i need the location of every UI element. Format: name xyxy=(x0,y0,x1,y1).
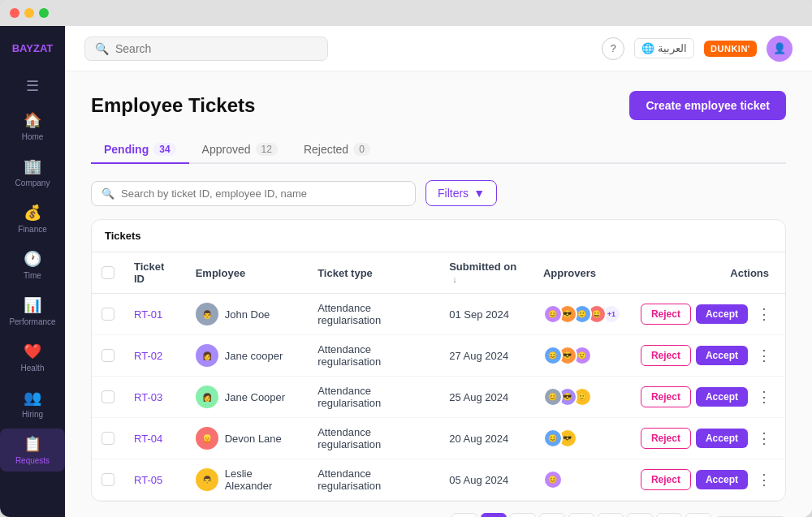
row-checkbox-cell[interactable] xyxy=(92,294,124,335)
row-checkbox-cell[interactable] xyxy=(92,418,124,459)
reject-button[interactable]: Reject xyxy=(641,345,691,366)
filter-search-input[interactable] xyxy=(121,187,405,200)
sidebar-item-company[interactable]: 🏢 Company xyxy=(0,151,65,194)
search-input[interactable] xyxy=(115,42,317,55)
row-submitted-on: 01 Sep 2024 xyxy=(439,294,533,335)
tab-pending-count: 34 xyxy=(153,143,175,156)
more-options-button[interactable]: ⋮ xyxy=(753,303,775,325)
tab-pending[interactable]: Pending 34 xyxy=(91,136,189,164)
actions-cell: Reject Accept ⋮ xyxy=(641,468,775,491)
actions-cell: Reject Accept ⋮ xyxy=(641,427,775,450)
select-all-checkbox[interactable] xyxy=(102,266,114,279)
row-employee: 👨 John Doe xyxy=(186,294,308,335)
ticket-id-link[interactable]: RT-03 xyxy=(134,391,162,403)
ticket-id-link[interactable]: RT-04 xyxy=(134,433,162,445)
ticket-id-link[interactable]: RT-02 xyxy=(134,350,162,362)
tab-rejected[interactable]: Rejected 0 xyxy=(291,136,383,164)
reject-button[interactable]: Reject xyxy=(641,428,691,449)
page-5-button[interactable]: 5 xyxy=(598,513,624,517)
filter-search[interactable]: 🔍 xyxy=(91,181,416,206)
page-3-button[interactable]: 3 xyxy=(539,513,565,517)
page-controls: ‹ 1 2 3 4 5 ... 100 › 16/page ▼ xyxy=(451,513,786,517)
tab-approved-count: 12 xyxy=(256,143,278,156)
employee-cell: 👨 John Doe xyxy=(196,303,298,325)
reject-button[interactable]: Reject xyxy=(641,304,691,325)
ticket-id-link[interactable]: RT-01 xyxy=(134,308,162,321)
minimize-dot[interactable] xyxy=(24,8,34,18)
row-ticket-id: RT-03 xyxy=(124,377,186,418)
col-approvers: Approvers xyxy=(533,252,631,294)
accept-button[interactable]: Accept xyxy=(696,470,748,489)
reject-button[interactable]: Reject xyxy=(641,469,691,490)
language-button[interactable]: 🌐 العربية xyxy=(634,38,694,58)
approvers-cell: 😊😎🙂😄+1 xyxy=(543,304,621,324)
filter-search-icon: 🔍 xyxy=(102,187,114,200)
row-checkbox-cell[interactable] xyxy=(92,377,124,418)
sidebar-label-finance: Finance xyxy=(18,225,47,234)
accept-button[interactable]: Accept xyxy=(696,387,748,407)
next-page-button[interactable]: › xyxy=(685,513,711,517)
create-ticket-button[interactable]: Create employee ticket xyxy=(629,91,786,120)
approver-avatar: 😊 xyxy=(543,304,563,324)
sidebar-item-time[interactable]: 🕐 Time xyxy=(0,243,65,287)
more-options-button[interactable]: ⋮ xyxy=(753,386,775,408)
row-checkbox-cell[interactable] xyxy=(92,459,124,501)
reject-button[interactable]: Reject xyxy=(641,386,691,407)
menu-icon: ☰ xyxy=(26,77,39,95)
row-employee: 👩 Jane Cooper xyxy=(186,377,308,418)
page-4-button[interactable]: 4 xyxy=(568,513,594,517)
sidebar-label-hiring: Hiring xyxy=(22,410,43,419)
page-1-button[interactable]: 1 xyxy=(481,513,507,517)
accept-button[interactable]: Accept xyxy=(696,304,748,324)
more-options-button[interactable]: ⋮ xyxy=(753,468,775,491)
page-content: Employee Tickets Create employee ticket … xyxy=(65,71,812,517)
sidebar-item-hiring[interactable]: 👥 Hiring xyxy=(0,382,65,425)
maximize-dot[interactable] xyxy=(39,8,49,18)
row-checkbox[interactable] xyxy=(102,308,114,321)
row-checkbox[interactable] xyxy=(102,473,114,486)
row-approvers: 😊😎🙂😄+1 xyxy=(533,294,631,335)
help-button[interactable]: ? xyxy=(602,37,624,60)
topbar-search[interactable]: 🔍 xyxy=(84,37,328,61)
page-2-button[interactable]: 2 xyxy=(510,513,536,517)
row-checkbox[interactable] xyxy=(102,432,114,445)
sidebar-item-performance[interactable]: 📊 Performance xyxy=(0,290,65,333)
app-window: BAYZAT ☰ 🏠 Home 🏢 Company 💰 Finance 🕐 Ti… xyxy=(0,0,812,517)
prev-page-button[interactable]: ‹ xyxy=(451,513,477,517)
accept-button[interactable]: Accept xyxy=(696,429,748,448)
page-title: Employee Tickets xyxy=(91,94,255,117)
row-checkbox[interactable] xyxy=(102,349,114,362)
sidebar-label-company: Company xyxy=(15,179,50,187)
employee-name: Jane cooper xyxy=(225,350,283,362)
finance-icon: 💰 xyxy=(24,204,41,222)
sidebar-item-menu[interactable]: ☰ xyxy=(0,71,65,101)
sidebar-item-requests[interactable]: 📋 Requests xyxy=(0,429,65,472)
filters-button[interactable]: Filters ▼ xyxy=(425,180,497,206)
col-actions: Actions xyxy=(631,252,785,294)
more-options-button[interactable]: ⋮ xyxy=(753,427,775,450)
chevron-down-icon: ▼ xyxy=(473,187,485,200)
table-section-label: Tickets xyxy=(92,220,785,252)
employee-avatar: 👱 xyxy=(196,427,218,450)
tab-approved[interactable]: Approved 12 xyxy=(189,136,291,164)
close-dot[interactable] xyxy=(10,8,19,18)
page-100-button[interactable]: 100 xyxy=(656,513,682,517)
more-options-button[interactable]: ⋮ xyxy=(753,344,775,367)
approvers-cell: 😊😎🙂 xyxy=(543,387,621,407)
sidebar-item-finance[interactable]: 💰 Finance xyxy=(0,197,65,240)
sidebar-item-health[interactable]: ❤️ Health xyxy=(0,336,65,379)
employee-cell: 👩 Jane Cooper xyxy=(196,386,298,408)
ticket-id-link[interactable]: RT-05 xyxy=(134,474,162,486)
approvers-cell: 😊😎 xyxy=(543,429,621,448)
col-employee: Employee xyxy=(186,252,308,294)
row-checkbox[interactable] xyxy=(102,390,114,403)
actions-cell: Reject Accept ⋮ xyxy=(641,386,775,408)
row-checkbox-cell[interactable] xyxy=(92,335,124,377)
sidebar-label-health: Health xyxy=(21,364,45,373)
accept-button[interactable]: Accept xyxy=(696,346,748,365)
health-icon: ❤️ xyxy=(24,343,41,360)
sidebar-label-time: Time xyxy=(24,271,41,280)
select-all-header[interactable] xyxy=(92,252,124,294)
sidebar-item-home[interactable]: 🏠 Home xyxy=(0,105,65,148)
sidebar: BAYZAT ☰ 🏠 Home 🏢 Company 💰 Finance 🕐 Ti… xyxy=(0,26,65,517)
